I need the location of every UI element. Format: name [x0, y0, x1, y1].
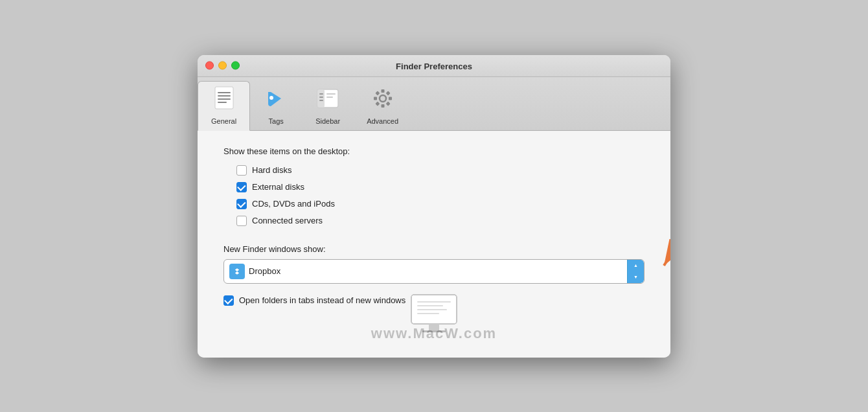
dropdown-value-area: Dropbox [224, 260, 644, 283]
traffic-lights [205, 62, 240, 70]
open-folders-label: Open folders in tabs instead of new wind… [239, 295, 405, 305]
svg-rect-31 [417, 313, 439, 314]
connected-servers-checkbox[interactable] [236, 216, 247, 226]
external-disks-label: External disks [252, 182, 304, 192]
toolbar: General Tags [198, 77, 670, 131]
titlebar: Finder Preferences [198, 55, 670, 77]
watermark-text: www.MacW.com [371, 325, 497, 341]
svg-rect-16 [389, 97, 392, 100]
tab-tags[interactable]: Tags [250, 81, 302, 130]
cds-dvds-label: CDs, DVDs and iPods [252, 199, 335, 209]
tab-sidebar-label: Sidebar [315, 117, 340, 125]
checkbox-row-external-disks: External disks [236, 182, 645, 192]
svg-rect-29 [417, 305, 443, 306]
stepper-down[interactable] [628, 271, 644, 283]
sidebar-icon [316, 87, 339, 115]
svg-rect-20 [374, 97, 377, 100]
external-disks-checkbox[interactable] [236, 182, 247, 192]
arrow-annotation [645, 214, 670, 279]
content-area: Show these items on the desktop: Hard di… [198, 131, 670, 358]
open-folders-section: Open folders in tabs instead of new wind… [223, 295, 645, 306]
dropdown-row: Dropbox [223, 259, 645, 284]
svg-rect-18 [381, 104, 384, 108]
cds-dvds-checkbox[interactable] [236, 199, 247, 209]
tab-tags-label: Tags [269, 117, 284, 125]
dropdown-text: Dropbox [249, 266, 280, 276]
connected-servers-label: Connected servers [252, 216, 323, 225]
finder-preferences-window: Finder Preferences General [198, 55, 670, 358]
desktop-section-title: Show these items on the desktop: [223, 146, 645, 156]
svg-rect-8 [319, 93, 323, 95]
hard-disks-label: Hard disks [252, 165, 291, 175]
stepper-up[interactable] [628, 260, 644, 271]
svg-rect-10 [319, 100, 323, 101]
checkbox-row-connected-servers: Connected servers [236, 216, 645, 226]
svg-rect-11 [326, 93, 336, 95]
svg-rect-15 [385, 91, 390, 95]
svg-rect-12 [326, 97, 333, 98]
svg-rect-22 [232, 266, 242, 277]
svg-point-5 [269, 96, 273, 100]
tab-advanced[interactable]: Advanced [354, 81, 411, 130]
svg-rect-1 [218, 92, 231, 93]
checkbox-row-hard-disks: Hard disks [236, 165, 645, 176]
tab-general-label: General [211, 117, 236, 125]
dropdown-stepper[interactable] [627, 260, 644, 283]
svg-rect-17 [385, 101, 390, 106]
tab-general[interactable]: General [198, 81, 250, 131]
svg-rect-30 [417, 309, 447, 310]
tags-icon [264, 87, 288, 115]
dropbox-icon [229, 264, 245, 279]
svg-point-13 [380, 95, 386, 102]
svg-rect-14 [381, 89, 384, 93]
advanced-icon [371, 87, 394, 115]
svg-rect-28 [417, 301, 451, 303]
tab-sidebar[interactable]: Sidebar [302, 81, 354, 130]
desktop-checkboxes: Hard disks External disks CDs, DVDs and … [236, 165, 645, 226]
svg-rect-21 [375, 91, 380, 95]
svg-rect-19 [375, 101, 380, 106]
finder-windows-section: New Finder windows show: Dropbox [223, 244, 645, 284]
tab-advanced-label: Advanced [367, 117, 398, 125]
finder-windows-label: New Finder windows show: [223, 244, 645, 254]
hard-disks-checkbox[interactable] [236, 165, 247, 176]
svg-rect-2 [218, 95, 231, 97]
svg-rect-7 [317, 89, 325, 108]
open-folders-checkbox[interactable] [223, 295, 234, 306]
maximize-button[interactable] [231, 62, 240, 70]
window-title: Finder Preferences [396, 62, 472, 71]
checkbox-row-cds-dvds: CDs, DVDs and iPods [236, 199, 645, 209]
dropdown-container[interactable]: Dropbox [223, 259, 645, 284]
close-button[interactable] [205, 62, 214, 70]
minimize-button[interactable] [218, 62, 227, 70]
svg-rect-9 [319, 97, 323, 98]
svg-rect-0 [215, 87, 233, 109]
svg-rect-4 [218, 102, 227, 103]
general-icon [212, 86, 236, 115]
watermark-area: www.MacW.com [223, 325, 645, 342]
svg-rect-3 [218, 98, 231, 100]
